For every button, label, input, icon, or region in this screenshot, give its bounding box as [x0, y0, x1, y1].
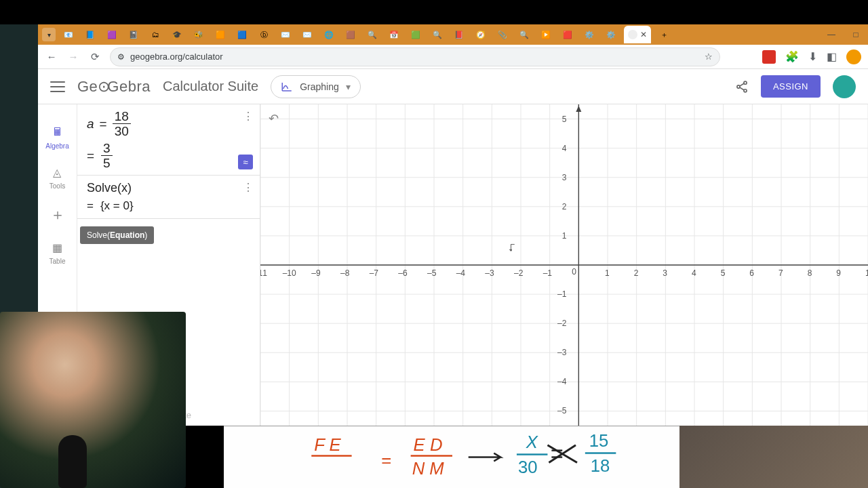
assign-button[interactable]: ASSIGN [761, 75, 821, 98]
pinned-tab[interactable]: ▶️ [537, 26, 555, 43]
pinned-tab[interactable]: 🔍 [429, 26, 446, 43]
svg-text:–3: –3 [485, 268, 494, 278]
pinned-tab[interactable]: 📘 [81, 26, 99, 43]
mode-selector[interactable]: Graphing ▾ [271, 75, 361, 98]
sidebar-item-table[interactable]: ▦ Table [50, 240, 66, 265]
svg-text:2: 2 [562, 202, 567, 211]
approximate-toggle[interactable]: ≈ [238, 155, 253, 169]
svg-text:5: 5 [562, 115, 567, 124]
maximize-button[interactable]: □ [848, 26, 864, 43]
svg-text:18: 18 [591, 456, 610, 475]
pinned-tab[interactable]: 🟦 [233, 26, 251, 43]
browser-tab-strip: ▾ 📧 📘 🟪 📓 🗂 🎓 🐝 🟧 🟦 ⓑ ✉️ ✉️ 🌐 🟫 🔍 📅 🟩 🔍 … [38, 24, 868, 45]
svg-text:10: 10 [865, 268, 868, 278]
sidebar-item-algebra[interactable]: 🖩 Algebra [45, 125, 68, 150]
table-icon: ▦ [50, 240, 65, 255]
graph-viewport[interactable]: ↶ ⮦ –11–10–9–8–7–6–5–4–3–2–1012345678910… [260, 104, 868, 426]
pinned-tab[interactable]: 🔍 [363, 26, 381, 43]
row-more-icon[interactable]: ⋮ [243, 181, 253, 194]
svg-text:–2: –2 [514, 268, 524, 278]
svg-text:–2: –2 [557, 319, 567, 328]
pinned-tab[interactable]: 🟧 [212, 26, 229, 43]
pinned-tab[interactable]: 📅 [385, 26, 403, 43]
share-icon[interactable] [735, 80, 749, 94]
back-button[interactable]: ← [45, 50, 58, 64]
pinned-tab[interactable]: 🟥 [559, 26, 576, 43]
address-bar[interactable]: ⚙ geogebra.org/calculator ☆ [110, 47, 720, 66]
pinned-tab[interactable]: 🌐 [320, 26, 338, 43]
tab-search-dropdown[interactable]: ▾ [42, 28, 56, 41]
tools-icon: ◬ [50, 165, 64, 180]
pinned-tab[interactable]: ⚙️ [602, 26, 620, 43]
url-text: geogebra.org/calculator [130, 52, 223, 62]
pinned-tab[interactable]: ✉️ [277, 26, 294, 43]
svg-text:–1: –1 [543, 268, 553, 278]
cursor-icon: ⮦ [508, 243, 517, 253]
svg-text:8: 8 [808, 268, 812, 278]
whiteboard-strip: F E = E D N M X 30 15 18 [224, 426, 679, 488]
pinned-tab[interactable]: 🟩 [407, 26, 425, 43]
downloads-icon[interactable]: ⬇ [808, 50, 817, 63]
algebra-row[interactable]: ⋮ a = 18 30 = 3 5 ≈ [77, 104, 260, 176]
svg-text:1: 1 [605, 268, 610, 278]
app-header: Ge⊙Gebra Calculator Suite Graphing ▾ ASS… [38, 69, 868, 104]
profile-avatar-icon[interactable] [846, 49, 861, 64]
pinned-tab[interactable]: ✉️ [298, 26, 316, 43]
new-tab-button[interactable]: ＋ [655, 26, 673, 43]
reload-button[interactable]: ⟳ [88, 50, 102, 64]
pinned-tab[interactable]: 🟫 [342, 26, 359, 43]
pinned-tab[interactable]: 📎 [494, 26, 511, 43]
algebra-row[interactable]: ⋮ Solve(x) = {x = 0} [77, 176, 260, 219]
bookmark-star-icon[interactable]: ☆ [705, 52, 713, 62]
chevron-down-icon: ▾ [346, 81, 351, 92]
svg-text:1: 1 [562, 231, 567, 241]
svg-text:4: 4 [562, 144, 567, 153]
close-tab-icon[interactable]: ✕ [640, 30, 647, 39]
svg-text:=: = [381, 451, 391, 470]
svg-text:9: 9 [836, 268, 841, 278]
sidebar-item-label: Table [50, 258, 66, 265]
side-panel-icon[interactable]: ◧ [827, 50, 837, 63]
svg-text:–5: –5 [427, 268, 437, 278]
pinned-tab[interactable]: ⓑ [255, 26, 273, 43]
menu-button[interactable] [50, 81, 65, 92]
graphing-icon [281, 81, 293, 93]
svg-text:3: 3 [562, 173, 567, 182]
pinned-tab[interactable]: 🔍 [515, 26, 533, 43]
undo-button[interactable]: ↶ [269, 111, 279, 126]
forward-button[interactable]: → [66, 50, 80, 64]
minimize-button[interactable]: — [823, 26, 840, 43]
sidebar-item-label: Tools [50, 182, 65, 190]
pinned-tab[interactable]: 🧭 [472, 26, 490, 43]
pinned-tab[interactable]: 📕 [450, 26, 468, 43]
active-tab[interactable]: ✕ [624, 26, 651, 43]
pinned-tab[interactable]: 🗂 [146, 26, 164, 43]
svg-text:–9: –9 [311, 268, 321, 278]
svg-text:–7: –7 [370, 268, 379, 278]
svg-text:30: 30 [518, 458, 538, 476]
svg-text:N M: N M [412, 459, 445, 478]
site-info-icon[interactable]: ⚙ [117, 52, 125, 62]
svg-text:7: 7 [778, 268, 783, 278]
add-item-button[interactable]: ＋ [50, 205, 65, 225]
sidebar-item-label: Algebra [45, 142, 68, 150]
svg-text:0: 0 [572, 267, 576, 277]
command-tooltip[interactable]: Solve(Equation) [80, 226, 154, 244]
result-denominator: 5 [103, 156, 111, 169]
extension-badge[interactable] [762, 50, 776, 64]
brand-logo[interactable]: Ge⊙Gebra [77, 78, 151, 96]
pinned-tab[interactable]: 🟪 [103, 26, 121, 43]
svg-text:3: 3 [663, 268, 667, 278]
row-more-icon[interactable]: ⋮ [243, 110, 253, 123]
pinned-tab[interactable]: ⚙️ [580, 26, 598, 43]
fraction-numerator: 18 [113, 110, 131, 124]
svg-text:4: 4 [692, 268, 696, 278]
extensions-icon[interactable]: 🧩 [785, 50, 799, 63]
svg-text:–8: –8 [340, 268, 350, 278]
pinned-tab[interactable]: 📓 [125, 26, 142, 43]
sidebar-item-tools[interactable]: ◬ Tools [50, 165, 65, 190]
user-avatar[interactable] [833, 75, 856, 98]
pinned-tab[interactable]: 🐝 [190, 26, 208, 43]
pinned-tab[interactable]: 🎓 [168, 26, 186, 43]
pinned-tab[interactable]: 📧 [60, 26, 77, 43]
